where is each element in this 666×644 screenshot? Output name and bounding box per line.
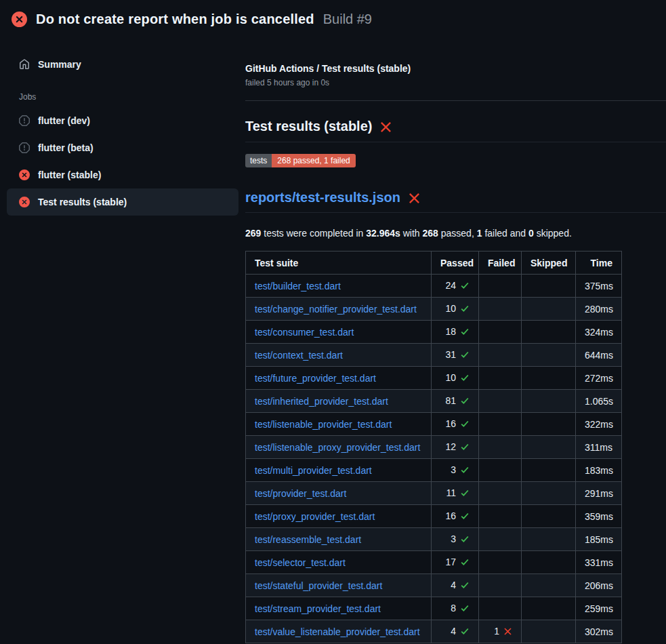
check-icon	[460, 557, 470, 569]
test-suite-link[interactable]: test/inherited_provider_test.dart	[255, 396, 388, 407]
report-summary-text: 269 tests were completed in 32.964s with…	[245, 228, 666, 239]
skipped-cell	[522, 390, 576, 413]
time-cell: 291ms	[576, 482, 622, 505]
section-title-text: Test results (stable)	[245, 119, 372, 134]
report-file-link[interactable]: reports/test-results.json	[245, 190, 400, 205]
time-cell: 1.065s	[576, 390, 622, 413]
table-row: test/proxy_provider_test.dart 16 359ms	[246, 505, 622, 528]
job-label: flutter (beta)	[38, 142, 93, 153]
table-row: test/listenable_proxy_provider_test.dart…	[246, 436, 622, 459]
jobs-sidebar: Summary Jobs flutter (dev) flutter (beta…	[0, 38, 245, 216]
sidebar-job-flutter-beta[interactable]: flutter (beta)	[7, 134, 238, 161]
check-icon	[460, 626, 470, 638]
test-suite-link[interactable]: test/value_listenable_provider_test.dart	[255, 626, 420, 637]
test-suite-link[interactable]: test/reassemble_test.dart	[255, 534, 361, 545]
job-label: flutter (stable)	[38, 169, 101, 180]
test-suite-cell: test/change_notifier_provider_test.dart	[246, 298, 432, 321]
failed-cell	[479, 482, 522, 505]
run-title: Do not create report when job is cancell…	[36, 12, 314, 27]
test-suite-link[interactable]: test/multi_provider_test.dart	[255, 465, 372, 476]
check-icon	[460, 442, 470, 454]
check-icon	[460, 603, 470, 615]
test-suite-cell: test/builder_test.dart	[246, 275, 432, 298]
passed-cell: 16	[432, 505, 479, 528]
test-suite-cell: test/value_listenable_provider_test.dart	[246, 620, 432, 643]
report-file-heading: reports/test-results.json	[245, 190, 666, 213]
test-suite-link[interactable]: test/consumer_test.dart	[255, 327, 354, 338]
skipped-cell	[522, 344, 576, 367]
run-build-number: Build #9	[323, 12, 372, 27]
time-cell: 183ms	[576, 459, 622, 482]
passed-cell: 11	[432, 482, 479, 505]
home-icon	[19, 59, 30, 70]
check-icon	[460, 350, 470, 361]
cross-mark-icon	[408, 192, 421, 205]
test-suite-cell: test/inherited_provider_test.dart	[246, 390, 432, 413]
sidebar-job-flutter-stable[interactable]: flutter (stable)	[7, 161, 238, 188]
tests-badge-label: tests	[245, 154, 272, 167]
check-icon	[460, 304, 470, 315]
failed-cell	[479, 413, 522, 436]
test-suite-link[interactable]: test/stateful_provider_test.dart	[255, 580, 382, 591]
check-icon	[460, 419, 470, 430]
skipped-cell	[522, 459, 576, 482]
test-suite-link[interactable]: test/builder_test.dart	[255, 281, 341, 291]
time-cell: 311ms	[576, 436, 622, 459]
cross-mark-icon	[503, 627, 512, 638]
failed-cell	[479, 367, 522, 390]
passed-cell: 4	[432, 574, 479, 597]
column-header-time: Time	[576, 251, 622, 275]
time-cell: 375ms	[576, 275, 622, 298]
time-cell: 259ms	[576, 597, 622, 620]
table-row: test/reassemble_test.dart 3 185ms	[246, 528, 622, 551]
failed-cell	[479, 505, 522, 528]
test-suite-link[interactable]: test/listenable_proxy_provider_test.dart	[255, 442, 420, 453]
table-row: test/stateful_provider_test.dart 4 206ms	[246, 574, 622, 597]
failed-cell	[479, 436, 522, 459]
check-icon	[460, 511, 470, 523]
x-circle-fill-icon	[19, 169, 30, 180]
sidebar-job-test-results-stable[interactable]: Test results (stable)	[7, 188, 238, 216]
test-suite-link[interactable]: test/proxy_provider_test.dart	[255, 511, 375, 522]
check-icon	[460, 396, 470, 407]
test-suite-cell: test/stateful_provider_test.dart	[246, 574, 432, 597]
tests-badge: tests 268 passed, 1 failed	[245, 154, 356, 167]
breadcrumb: GitHub Actions / Test results (stable)	[245, 63, 666, 74]
test-suite-link[interactable]: test/listenable_provider_test.dart	[255, 419, 392, 430]
column-header-failed: Failed	[479, 251, 522, 275]
passed-cell: 31	[432, 344, 479, 367]
time-cell: 359ms	[576, 505, 622, 528]
skipped-cell	[522, 620, 576, 643]
status-line: failed 5 hours ago in 0s	[245, 78, 666, 87]
failed-cell	[479, 344, 522, 367]
job-label: Test results (stable)	[38, 197, 127, 207]
failed-cell: 1	[479, 620, 522, 643]
section-title: Test results (stable)	[245, 119, 666, 142]
passed-cell: 16	[432, 413, 479, 436]
stop-icon	[19, 142, 30, 153]
jobs-section-label: Jobs	[19, 92, 238, 102]
sidebar-item-summary[interactable]: Summary	[7, 53, 238, 76]
test-suite-link[interactable]: test/future_provider_test.dart	[255, 373, 376, 384]
test-suite-link[interactable]: test/provider_test.dart	[255, 488, 346, 499]
stop-icon	[19, 115, 30, 126]
check-icon	[460, 534, 470, 546]
sidebar-job-flutter-dev[interactable]: flutter (dev)	[7, 107, 238, 134]
test-suite-cell: test/selector_test.dart	[246, 551, 432, 574]
test-suite-cell: test/listenable_proxy_provider_test.dart	[246, 436, 432, 459]
test-suite-cell: test/multi_provider_test.dart	[246, 459, 432, 482]
passed-cell: 18	[432, 321, 479, 344]
test-suite-link[interactable]: test/change_notifier_provider_test.dart	[255, 304, 417, 315]
check-icon	[460, 281, 470, 292]
check-icon	[460, 488, 470, 500]
test-suite-cell: test/listenable_provider_test.dart	[246, 413, 432, 436]
table-row: test/listenable_provider_test.dart 16 32…	[246, 413, 622, 436]
skipped-cell	[522, 413, 576, 436]
test-suite-link[interactable]: test/stream_provider_test.dart	[255, 603, 381, 614]
test-suite-cell: test/stream_provider_test.dart	[246, 597, 432, 620]
cross-mark-icon	[379, 121, 392, 134]
table-row: test/consumer_test.dart 18 324ms	[246, 321, 622, 344]
test-suite-link[interactable]: test/selector_test.dart	[255, 557, 346, 568]
check-icon	[460, 465, 470, 477]
test-suite-link[interactable]: test/context_test.dart	[255, 350, 343, 361]
